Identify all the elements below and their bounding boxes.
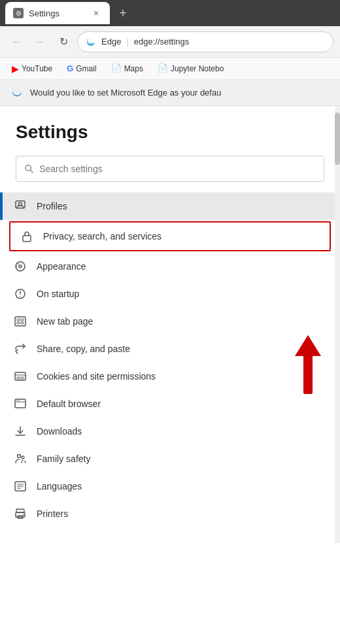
settings-tab-favicon: ⚙ (13, 8, 24, 18)
settings-wrapper: Settings Profiles (0, 106, 340, 543)
search-box[interactable] (16, 156, 324, 182)
svg-rect-4 (23, 236, 31, 241)
sidebar-item-printers-label: Printers (37, 509, 68, 519)
maps-label: Maps (124, 64, 143, 73)
newtab-icon (13, 314, 27, 329)
svg-point-30 (23, 514, 24, 516)
search-input[interactable] (39, 164, 316, 174)
sidebar-item-downloads-label: Downloads (37, 426, 82, 437)
svg-point-19 (16, 400, 18, 401)
svg-rect-14 (15, 372, 26, 380)
sidebar-item-cookies[interactable]: Cookies and site permissions (0, 363, 340, 390)
svg-point-6 (19, 265, 22, 268)
address-separator: | (126, 37, 128, 46)
sidebar-item-printers[interactable]: Printers (0, 500, 340, 528)
svg-rect-17 (21, 377, 24, 379)
svg-line-1 (31, 170, 33, 173)
sidebar-item-newtab[interactable]: New tab page (0, 308, 340, 335)
bookmark-youtube[interactable]: ▶ YouTube (7, 61, 58, 77)
cookies-icon (13, 369, 27, 384)
sidebar-item-defaultbrowser[interactable]: Default browser (0, 390, 340, 418)
refresh-icon: ↻ (60, 35, 68, 48)
sidebar-item-profiles-label: Profiles (37, 201, 67, 211)
downloads-icon (13, 424, 27, 438)
bookmark-maps[interactable]: 📄 Maps (106, 61, 148, 76)
sidebar-item-downloads[interactable]: Downloads (0, 418, 340, 445)
settings-tab[interactable]: ⚙ Settings × (5, 2, 110, 24)
settings-tab-title: Settings (29, 9, 60, 18)
search-icon (24, 164, 34, 174)
startup-icon (13, 287, 27, 301)
svg-rect-12 (17, 322, 20, 324)
sidebar-item-privacy-label: Privacy, search, and services (43, 231, 162, 241)
back-icon: ← (11, 36, 22, 48)
scrollbar-track[interactable] (335, 106, 340, 543)
address-bar[interactable]: Edge | edge://settings (77, 31, 333, 52)
jupyter-icon: 📄 (158, 63, 168, 73)
defaultbrowser-icon (13, 397, 27, 411)
refresh-button[interactable]: ↻ (54, 32, 73, 52)
sidebar-item-languages[interactable]: Languages (0, 473, 340, 500)
bookmarks-bar: ▶ YouTube G Gmail 📄 Maps 📄 Jupyter Noteb… (0, 58, 340, 80)
active-indicator (0, 192, 3, 220)
sidebar-item-familysafety-label: Family safety (37, 454, 90, 464)
jupyter-label: Jupyter Notebo (171, 64, 224, 73)
info-banner: Would you like to set Microsoft Edge as … (0, 80, 340, 106)
banner-text: Would you like to set Microsoft Edge as … (30, 88, 221, 98)
youtube-icon: ▶ (12, 63, 19, 74)
edge-logo-icon (86, 37, 96, 47)
tab-bar: ⚙ Settings × + (0, 0, 340, 26)
forward-icon: → (35, 36, 45, 48)
tab-close-button[interactable]: × (90, 7, 102, 19)
svg-rect-11 (21, 319, 24, 321)
sidebar-item-cookies-label: Cookies and site permissions (37, 371, 156, 382)
languages-icon (13, 479, 27, 493)
page-title: Settings (0, 122, 340, 156)
sidebar-item-appearance-label: Appearance (37, 261, 86, 272)
svg-point-21 (18, 455, 21, 458)
bookmark-gmail[interactable]: G Gmail (61, 61, 101, 76)
printers-icon (13, 507, 27, 521)
gmail-label: Gmail (76, 64, 96, 73)
google-icon: G (67, 63, 73, 73)
scrollbar-thumb[interactable] (335, 113, 340, 165)
svg-point-0 (26, 165, 31, 171)
share-icon (13, 342, 27, 356)
svg-point-8 (20, 296, 21, 297)
forward-button[interactable]: → (30, 32, 50, 52)
sidebar-item-startup-label: On startup (37, 289, 79, 299)
sidebar-item-share-label: Share, copy, and paste (37, 344, 130, 354)
appearance-icon (13, 259, 27, 274)
svg-rect-13 (21, 322, 24, 324)
sidebar-item-profiles[interactable]: Profiles (0, 192, 340, 220)
youtube-label: YouTube (22, 64, 52, 73)
familysafety-icon (13, 452, 27, 466)
svg-point-20 (18, 400, 20, 401)
edge-label: Edge (101, 37, 121, 46)
sidebar-item-privacy[interactable]: Privacy, search, and services (9, 221, 331, 251)
sidebar-item-appearance[interactable]: Appearance (0, 253, 340, 280)
svg-rect-10 (17, 319, 20, 321)
address-text: edge://settings (134, 37, 190, 46)
new-tab-button[interactable]: + (114, 4, 132, 22)
privacy-icon (20, 229, 34, 243)
maps-icon: 📄 (111, 63, 122, 73)
sidebar-item-startup[interactable]: On startup (0, 280, 340, 308)
back-button[interactable]: ← (7, 32, 26, 52)
svg-rect-16 (17, 377, 20, 379)
nav-bar: ← → ↻ Edge | edge://settings (0, 26, 340, 58)
bookmark-jupyter[interactable]: 📄 Jupyter Notebo (152, 61, 229, 76)
sidebar-item-languages-label: Languages (37, 481, 82, 492)
sidebar-item-newtab-label: New tab page (37, 316, 93, 327)
sidebar-item-share[interactable]: Share, copy, and paste (0, 335, 340, 363)
svg-rect-9 (15, 317, 26, 326)
sidebar-item-familysafety[interactable]: Family safety (0, 445, 340, 473)
profiles-icon (13, 199, 27, 213)
settings-sidebar: Settings Profiles (0, 106, 340, 543)
svg-point-22 (22, 456, 24, 459)
edge-banner-icon (10, 85, 24, 100)
sidebar-item-defaultbrowser-label: Default browser (37, 399, 101, 409)
